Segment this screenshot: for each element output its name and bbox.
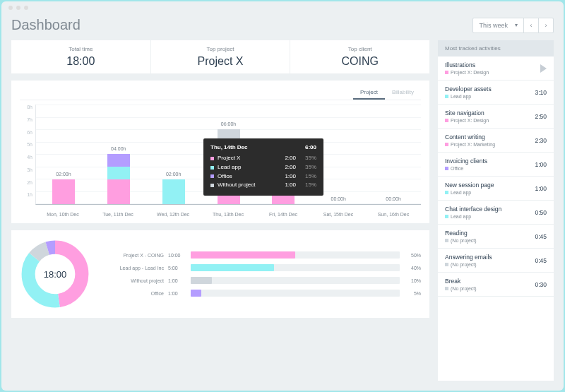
- chart-tooltip: Thu, 14th Dec6:00Project X2:0035%Lead ap…: [203, 138, 323, 196]
- activity-row[interactable]: Content writingProject X: Marketing2:30: [438, 129, 554, 153]
- play-icon[interactable]: [540, 64, 547, 73]
- breakdown-row: Project X - COING10:0050%: [100, 251, 421, 259]
- bar-column[interactable]: 02:00h: [146, 105, 201, 204]
- page-title: Dashboard: [11, 17, 81, 33]
- breakdown-row: Without project1:0010%: [100, 277, 421, 284]
- bar-column[interactable]: 02:00h: [36, 105, 91, 204]
- breakdown-panel: 18:00 Project X - COING10:0050%Lead app …: [11, 230, 429, 318]
- card-top-project: Top project Project X: [151, 40, 291, 73]
- activity-row[interactable]: Chat interface designLead app0:50: [438, 201, 554, 225]
- donut-center: 18:00: [20, 239, 90, 309]
- period-select[interactable]: This week ▾: [472, 18, 524, 33]
- stacked-bar-chart: 8h7h6h5h4h3h2h1h 02:00h04:00h02:00h06:00…: [20, 105, 421, 218]
- bar-column[interactable]: 00:00h: [366, 105, 421, 204]
- next-button[interactable]: ›: [538, 18, 554, 33]
- tab-billability[interactable]: Billability: [385, 86, 421, 100]
- activity-row[interactable]: Invoicing clientsOffice1:00: [438, 153, 554, 177]
- titlebar: [1, 1, 564, 14]
- donut-chart: 18:00: [20, 239, 90, 309]
- card-top-client: Top client COING: [290, 40, 429, 73]
- activity-row[interactable]: Site navigationProject X: Design2:50: [438, 105, 554, 129]
- breakdown-row: Lead app - Lead Inc5:0040%: [100, 264, 421, 271]
- activity-row[interactable]: Break(No project)0:30: [438, 273, 554, 297]
- activities-header: Most tracked activities: [438, 40, 554, 57]
- activity-row[interactable]: Answering emails(No project)0:45: [438, 249, 554, 273]
- bar-column[interactable]: 04:00h: [91, 105, 146, 204]
- breakdown-row: Office1:005%: [100, 290, 421, 297]
- activity-row[interactable]: New session pageLead app1:00: [438, 177, 554, 201]
- summary-cards: Total time 18:00 Top project Project X T…: [11, 40, 429, 73]
- card-total-time: Total time 18:00: [11, 40, 151, 73]
- prev-button[interactable]: ‹: [523, 18, 539, 33]
- period-label: This week: [479, 22, 508, 29]
- chevron-down-icon: ▾: [515, 22, 518, 28]
- chart-panel: Project Billability 8h7h6h5h4h3h2h1h 02:…: [11, 81, 429, 223]
- activity-row[interactable]: Developer assetsLead app3:10: [438, 81, 554, 105]
- activity-row[interactable]: Reading(No project)0:45: [438, 225, 554, 249]
- activity-row[interactable]: IllustrationsProject X: Design: [438, 57, 554, 81]
- tab-project[interactable]: Project: [353, 86, 385, 100]
